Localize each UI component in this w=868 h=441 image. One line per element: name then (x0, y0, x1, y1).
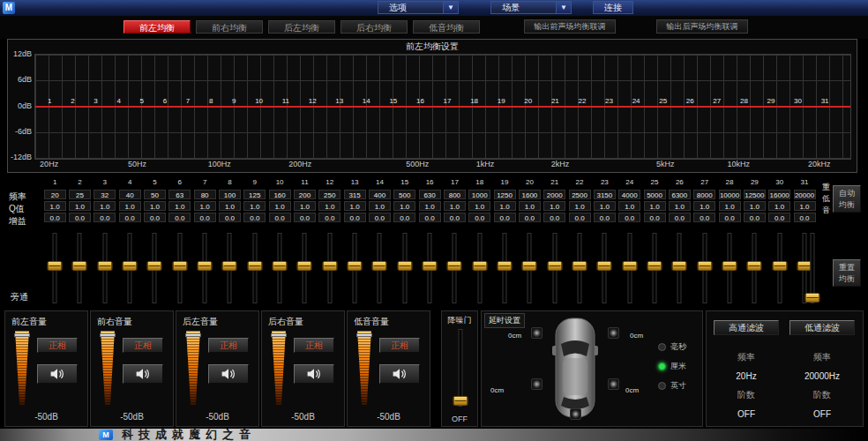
slider-handle[interactable] (297, 261, 312, 271)
eq-band-gain-slider[interactable] (142, 231, 167, 305)
reset-eq-button[interactable]: 重置均衡 (833, 259, 861, 287)
eq-band-gain-slider[interactable] (567, 231, 592, 305)
band-frequency-value[interactable]: 10000 (719, 190, 741, 199)
slider-handle[interactable] (97, 261, 112, 271)
eq-band-gain-slider[interactable] (542, 231, 567, 305)
band-frequency-value[interactable]: 160 (269, 190, 291, 199)
band-frequency-value[interactable]: 250 (318, 190, 340, 199)
eq-band-gain-slider[interactable] (617, 231, 642, 305)
band-gain-value[interactable]: 0.0 (269, 213, 291, 222)
phase-button[interactable]: 正相 (37, 338, 78, 353)
slider-handle[interactable] (805, 293, 820, 303)
band-frequency-value[interactable]: 8000 (693, 190, 715, 199)
volume-slider-thumb[interactable] (271, 333, 287, 337)
band-gain-value[interactable]: 0.0 (69, 213, 91, 222)
slider-handle[interactable] (222, 261, 237, 271)
eq-band-gain-slider[interactable] (442, 231, 467, 305)
eq-band-gain-slider[interactable] (742, 231, 767, 305)
eq-band-gain-slider[interactable] (367, 231, 392, 305)
phase-button[interactable]: 正相 (208, 338, 249, 353)
eq-band-gain-slider[interactable] (417, 231, 442, 305)
eq-band-gain-slider[interactable] (42, 231, 67, 305)
band-frequency-value[interactable]: 25 (69, 190, 91, 199)
eq-band-gain-slider[interactable] (292, 231, 317, 305)
slider-handle[interactable] (722, 261, 737, 271)
volume-slider-thumb[interactable] (14, 333, 30, 337)
radio-dot-icon[interactable] (658, 343, 666, 351)
band-gain-value[interactable]: 0.0 (519, 213, 541, 222)
slider-handle[interactable] (522, 261, 537, 271)
volume-slider[interactable] (14, 331, 30, 405)
eq-band-gain-slider[interactable] (168, 231, 192, 305)
band-q-value[interactable]: 1.0 (119, 201, 141, 211)
band-q-value[interactable]: 1.0 (719, 201, 741, 211)
band-gain-value[interactable]: 0.0 (144, 213, 166, 222)
slider-handle[interactable] (198, 261, 213, 271)
slider-handle[interactable] (647, 261, 662, 271)
rear-right-speaker-icon[interactable] (608, 378, 619, 390)
band-gain-value[interactable]: 0.0 (543, 213, 565, 222)
mute-button[interactable] (294, 364, 334, 384)
band-gain-value[interactable]: 0.0 (419, 213, 441, 222)
band-q-value[interactable]: 1.0 (393, 201, 415, 211)
radio-dot-icon[interactable] (658, 382, 666, 390)
tab-front-left-eq[interactable]: 前左均衡 (123, 20, 191, 34)
eq-band-gain-slider[interactable] (117, 231, 142, 305)
hp-frequency-value[interactable]: 20Hz (714, 371, 779, 381)
band-frequency-value[interactable]: 4000 (618, 190, 640, 199)
tab-rear-left-eq[interactable]: 后左均衡 (268, 20, 335, 34)
slider-handle[interactable] (372, 261, 387, 271)
band-q-value[interactable]: 1.0 (369, 201, 391, 211)
band-gain-value[interactable]: 0.0 (219, 213, 241, 222)
band-q-value[interactable]: 1.0 (768, 201, 790, 211)
slider-handle[interactable] (123, 261, 138, 271)
band-frequency-value[interactable]: 100 (219, 190, 241, 199)
band-q-value[interactable]: 1.0 (69, 201, 91, 211)
unit-option-inches[interactable]: 英寸 (658, 380, 686, 392)
band-gain-value[interactable]: 0.0 (693, 213, 715, 222)
eq-band-gain-slider[interactable] (267, 231, 292, 305)
band-gain-value[interactable]: 0.0 (194, 213, 216, 222)
band-frequency-value[interactable]: 2500 (569, 190, 591, 199)
slider-handle[interactable] (273, 261, 288, 271)
slider-handle[interactable] (747, 261, 762, 271)
band-gain-value[interactable]: 0.0 (618, 213, 640, 222)
phase-button[interactable]: 正相 (294, 338, 334, 353)
band-frequency-value[interactable]: 1600 (519, 190, 541, 199)
band-q-value[interactable]: 1.0 (644, 201, 666, 211)
slider-handle[interactable] (453, 396, 468, 406)
band-gain-value[interactable]: 0.0 (344, 213, 366, 222)
band-frequency-value[interactable]: 1250 (494, 190, 516, 199)
band-gain-value[interactable]: 0.0 (369, 213, 391, 222)
band-gain-value[interactable]: 0.0 (393, 213, 415, 222)
slider-handle[interactable] (72, 261, 87, 271)
slider-handle[interactable] (423, 261, 438, 271)
slider-handle[interactable] (498, 261, 513, 271)
mute-button[interactable] (123, 364, 163, 384)
slider-handle[interactable] (697, 261, 712, 271)
volume-slider[interactable] (185, 331, 201, 405)
band-q-value[interactable]: 1.0 (269, 201, 291, 211)
band-q-value[interactable]: 1.0 (294, 201, 316, 211)
subwoofer-gain-slider[interactable] (801, 231, 824, 305)
front-left-speaker-icon[interactable] (531, 327, 542, 339)
band-q-value[interactable]: 1.0 (344, 201, 366, 211)
eq-band-gain-slider[interactable] (243, 231, 267, 305)
band-q-value[interactable]: 1.0 (618, 201, 640, 211)
mute-button[interactable] (379, 364, 420, 384)
band-q-value[interactable]: 1.0 (669, 201, 691, 211)
volume-slider[interactable] (100, 331, 116, 405)
auto-eq-button[interactable]: 自动均衡 (833, 185, 861, 213)
slider-handle[interactable] (622, 261, 637, 271)
slider-handle[interactable] (447, 261, 462, 271)
band-q-value[interactable]: 1.0 (543, 201, 565, 211)
lp-order-value[interactable]: OFF (789, 409, 855, 419)
band-frequency-value[interactable]: 5000 (644, 190, 666, 199)
band-frequency-value[interactable]: 500 (393, 190, 415, 199)
phase-button[interactable]: 正相 (379, 338, 420, 353)
volume-slider-thumb[interactable] (356, 333, 372, 337)
eq-band-gain-slider[interactable] (192, 231, 217, 305)
tab-front-right-eq[interactable]: 前右均衡 (196, 20, 263, 34)
slider-handle[interactable] (672, 261, 687, 271)
band-frequency-value[interactable]: 1000 (468, 190, 490, 199)
